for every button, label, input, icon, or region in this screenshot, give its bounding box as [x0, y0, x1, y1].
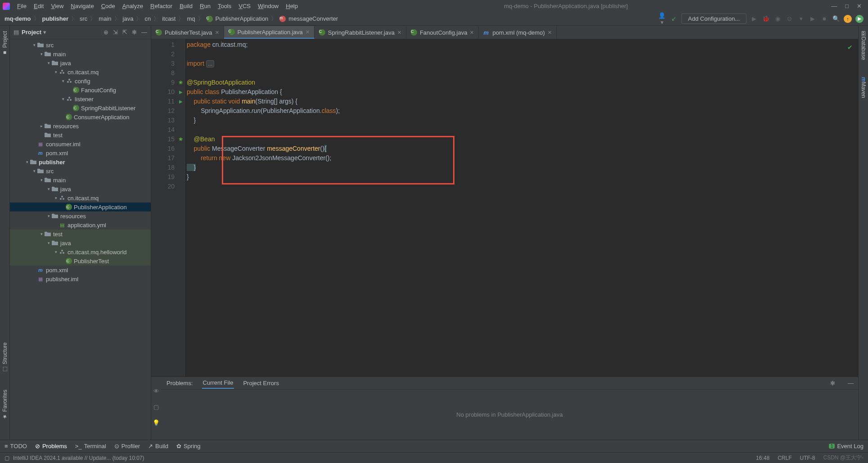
code-with-me-icon[interactable]: ▶	[855, 15, 864, 23]
vcs-update-icon[interactable]: ↙	[670, 15, 678, 22]
gutter-line[interactable]: 20	[151, 182, 184, 191]
gutter-line[interactable]: 17	[151, 153, 184, 163]
tree-row[interactable]: ▸resources	[10, 121, 151, 130]
menu-navigate[interactable]: Navigate	[68, 1, 96, 11]
tree-arrow-icon[interactable]: ▾	[46, 241, 51, 245]
gutter-line[interactable]: 12	[151, 106, 184, 116]
run-icon[interactable]: ▶	[750, 15, 758, 22]
status-icon[interactable]: ▢	[4, 455, 9, 461]
bottom-tab-todo[interactable]: ≡TODO	[4, 443, 27, 450]
debug-icon[interactable]: 🐞	[762, 15, 770, 22]
tree-arrow-icon[interactable]: ▾	[53, 196, 58, 200]
project-panel-title[interactable]: Project	[22, 29, 41, 36]
event-log-tab[interactable]: 1Event Log	[829, 443, 864, 450]
tree-arrow-icon[interactable]: ▾	[39, 178, 44, 182]
tree-arrow-icon[interactable]: ▾	[31, 43, 37, 47]
bulb-icon[interactable]: 💡	[153, 419, 160, 426]
tree-row[interactable]: ▾resources	[10, 211, 151, 220]
problems-tab-project[interactable]: Project Errors	[242, 378, 279, 388]
menu-code[interactable]: Code	[99, 1, 118, 11]
tree-arrow-icon[interactable]: ▾	[31, 169, 37, 173]
bottom-tab-build[interactable]: ↗Build	[148, 443, 168, 450]
gutter-line[interactable]: 16	[151, 144, 184, 153]
gutter-line[interactable]: 3	[151, 59, 184, 68]
gutter-line[interactable]: 2	[151, 49, 184, 59]
menu-view[interactable]: View	[48, 1, 66, 11]
project-tree[interactable]: ▾src▾main▾java▾cn.itcast.mq▾configCFanou…	[10, 39, 151, 440]
expand-icon[interactable]: ⇲	[113, 29, 118, 36]
ide-updates-icon[interactable]: ↑	[844, 15, 852, 23]
maven-tool-tab[interactable]: mMaven	[859, 75, 868, 100]
run-gutter-icon[interactable]: ▶	[179, 97, 183, 106]
tree-row[interactable]: ▾java	[10, 184, 151, 193]
menu-tools[interactable]: Tools	[215, 1, 234, 11]
tree-row[interactable]: CFanoutConfig	[10, 85, 151, 94]
tree-row[interactable]: ▾cn.itcast.mq.helloworld	[10, 247, 151, 256]
user-icon[interactable]: 👤▾	[658, 12, 666, 26]
gutter-line[interactable]: 9❀	[151, 78, 184, 87]
breadcrumb-item[interactable]: publisher	[42, 15, 69, 22]
bottom-tab-spring[interactable]: ✿Spring	[176, 443, 201, 450]
bean-gutter-icon[interactable]: ❀	[179, 78, 183, 87]
breadcrumb-item[interactable]: main	[99, 15, 111, 22]
minimize-icon[interactable]: —	[831, 3, 837, 9]
tree-arrow-icon[interactable]: ▾	[24, 160, 30, 164]
bottom-tab-profiler[interactable]: ⊙Profiler	[114, 443, 140, 450]
database-tool-tab[interactable]: 🗄Database	[859, 29, 868, 62]
breadcrumb-item[interactable]: mmessageConverter	[279, 15, 338, 22]
code-editor[interactable]: 12389❀10▶11▶12131415❀1617181920 package …	[151, 39, 858, 377]
gutter-line[interactable]: 13	[151, 116, 184, 125]
fold-region[interactable]: ...	[206, 60, 214, 67]
tree-row[interactable]: ▦publisher.iml	[10, 274, 151, 283]
favorites-tool-tab[interactable]: ★Favorites	[1, 388, 9, 422]
menu-refactor[interactable]: Refactor	[148, 1, 175, 11]
close-tab-icon[interactable]: ✕	[306, 29, 310, 35]
stop-icon[interactable]: ■	[820, 15, 828, 22]
tree-row[interactable]: ▾cn.itcast.mq	[10, 193, 151, 202]
tree-row[interactable]: ▾listener	[10, 94, 151, 103]
bottom-tab-problems[interactable]: ⊘Problems	[35, 443, 67, 450]
close-tab-icon[interactable]: ✕	[548, 30, 552, 36]
tree-row[interactable]: CSpringRabbitListener	[10, 103, 151, 112]
tree-row[interactable]: ▾main	[10, 49, 151, 58]
menu-file[interactable]: File	[14, 1, 29, 11]
tree-row[interactable]: mpom.xml	[10, 148, 151, 157]
maximize-icon[interactable]: □	[845, 3, 849, 9]
editor-tab[interactable]: mpom.xml (mq-demo)✕	[479, 26, 556, 39]
tree-arrow-icon[interactable]: ▾	[53, 250, 58, 254]
run-config-selector[interactable]: Add Configuration...	[681, 13, 747, 24]
menu-edit[interactable]: Edit	[31, 1, 46, 11]
menu-window[interactable]: Window	[255, 1, 281, 11]
project-tool-tab[interactable]: ■Project	[1, 29, 9, 58]
menu-run[interactable]: Run	[197, 1, 213, 11]
breadcrumb-item[interactable]: mq-demo	[4, 15, 31, 22]
editor-tab[interactable]: CFanoutConfig.java✕	[406, 26, 479, 39]
tree-row[interactable]: ▾java	[10, 58, 151, 67]
more-icon[interactable]: ▾	[797, 15, 805, 22]
inspection-ok-icon[interactable]: ✔	[847, 43, 853, 52]
tree-row[interactable]: ▾config	[10, 76, 151, 85]
tree-arrow-icon[interactable]: ▾	[46, 187, 51, 191]
menu-build[interactable]: Build	[177, 1, 195, 11]
status-encoding[interactable]: UTF-8	[800, 455, 815, 461]
tree-row[interactable]: ▾test	[10, 229, 151, 238]
search-icon[interactable]: 🔍	[832, 15, 840, 22]
structure-tool-tab[interactable]: ⬚Structure	[1, 341, 9, 374]
status-line-sep[interactable]: CRLF	[778, 455, 792, 461]
tree-row[interactable]: ▾src	[10, 40, 151, 49]
breadcrumb-item[interactable]: CPublisherApplication	[207, 15, 269, 22]
close-tab-icon[interactable]: ✕	[397, 30, 401, 36]
close-tab-icon[interactable]: ✕	[470, 30, 474, 36]
gear-icon[interactable]: ✻	[132, 29, 137, 36]
eye-icon[interactable]: 👁	[153, 388, 159, 395]
tree-row[interactable]: CConsumerApplication	[10, 112, 151, 121]
breadcrumb-item[interactable]: cn	[144, 15, 151, 22]
gutter-line[interactable]: 18	[151, 163, 184, 172]
chevron-down-icon[interactable]: ▾	[43, 29, 46, 36]
close-tab-icon[interactable]: ✕	[215, 30, 219, 36]
tree-row[interactable]: ▾java	[10, 238, 151, 247]
editor-tab[interactable]: CPublisherTest.java✕	[151, 26, 224, 39]
tree-row[interactable]: ▤application.yml	[10, 220, 151, 229]
menu-help[interactable]: Help	[283, 1, 301, 11]
breadcrumb-item[interactable]: itcast	[162, 15, 175, 22]
